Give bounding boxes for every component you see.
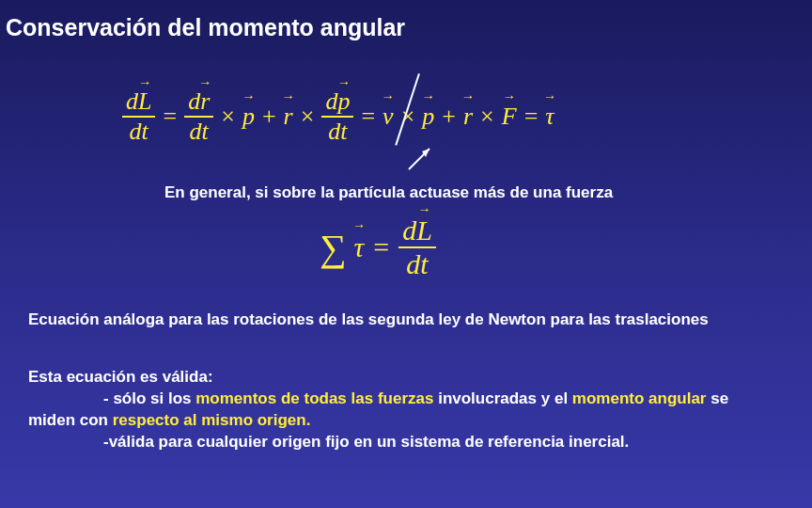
equation-2-content: ∑ τ = dL dt bbox=[320, 216, 436, 278]
slide-title: Conservación del momento angular bbox=[6, 14, 405, 41]
caption-general: En general, si sobre la partícula actuas… bbox=[164, 183, 613, 202]
validity-line: - sólo si los momentos de todas las fuer… bbox=[103, 389, 793, 410]
validity-line: miden con respecto al mismo origen. bbox=[28, 410, 793, 432]
arrow-icon bbox=[409, 146, 437, 169]
validity-line: Esta ecuación es válida: bbox=[28, 367, 793, 389]
sum-equation: ∑ τ = dL dt bbox=[320, 216, 436, 278]
validity-block: Esta ecuación es válida:- sólo si los mo… bbox=[28, 367, 793, 453]
validity-line: -válida para cualquier origen fijo en un… bbox=[103, 432, 793, 453]
caption-analogous: Ecuación análoga para las rotaciones de … bbox=[28, 310, 709, 329]
